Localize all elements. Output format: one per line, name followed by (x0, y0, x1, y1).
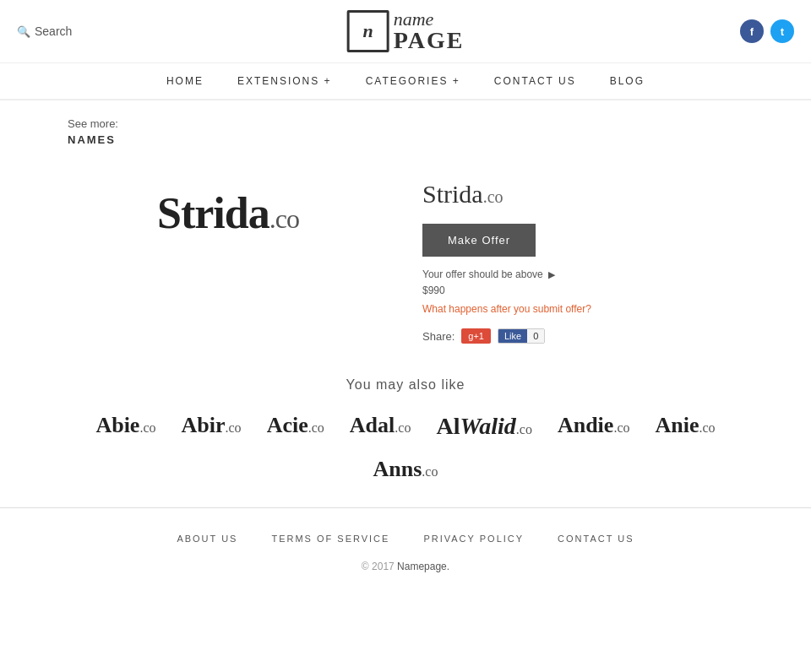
list-item[interactable]: AlWalid.co (436, 413, 532, 440)
nav: HOME EXTENSIONS + CATEGORIES + CONTACT U… (0, 63, 811, 100)
offer-info: Your offer should be above ▶ (422, 268, 743, 280)
tld: .co (699, 420, 715, 435)
logo[interactable]: n name PAGE (347, 10, 465, 52)
logo-icon: n (347, 10, 389, 52)
offer-info-text: Your offer should be above (422, 268, 543, 280)
tld: .co (139, 420, 155, 435)
search-label[interactable]: Search (35, 24, 72, 38)
domain-logo-area: Strida.co (68, 171, 389, 344)
names-link[interactable]: NAMES (68, 133, 743, 146)
domain-title: Strida.co (422, 180, 743, 209)
share-label: Share: (422, 330, 454, 343)
domain-title-name: Strida (422, 180, 483, 208)
fb-like-button[interactable]: Like 0 (498, 328, 545, 344)
nav-home[interactable]: HOME (166, 75, 204, 87)
nav-contact[interactable]: CONTACT US (494, 75, 576, 87)
offer-arrow-icon: ▶ (548, 269, 555, 280)
footer: ABOUT US TERMS OF SERVICE PRIVACY POLICY… (0, 507, 811, 589)
offer-amount: $990 (422, 285, 743, 296)
list-item[interactable]: Anie.co (655, 413, 715, 440)
logo-page-text: PAGE (394, 29, 465, 52)
search-area[interactable]: 🔍 Search (17, 24, 72, 38)
list-item[interactable]: Adal.co (350, 413, 411, 440)
what-happens-link[interactable]: What happens after you submit offer? (422, 303, 743, 315)
footer-privacy[interactable]: PRIVACY POLICY (423, 534, 524, 544)
footer-copy-text: © 2017 (362, 561, 395, 572)
also-like-section: You may also like Abie.co Abir.co Acie.c… (0, 360, 811, 507)
share-area: Share: g+1 Like 0 (422, 328, 743, 344)
logo-text: name PAGE (394, 10, 465, 52)
search-icon: 🔍 (17, 25, 30, 38)
footer-copyright: © 2017 Namepage. (17, 561, 794, 572)
tld: .co (308, 420, 324, 435)
domain-logo-tld: .co (269, 203, 299, 234)
gplus-button[interactable]: g+1 (461, 328, 491, 344)
domain-logo-name: Strida (157, 189, 269, 237)
also-like-title: You may also like (68, 377, 743, 393)
logo-name-text: name (394, 10, 465, 29)
main-content: Strida.co Strida.co Make Offer Your offe… (0, 154, 811, 360)
fb-like-label: Like (498, 329, 527, 343)
also-like-grid: Abie.co Abir.co Acie.co Adal.co AlWalid.… (68, 413, 743, 440)
footer-contact[interactable]: CONTACT US (558, 534, 634, 544)
breadcrumb: See more: NAMES (0, 100, 811, 154)
nav-blog[interactable]: BLOG (610, 75, 645, 87)
footer-links: ABOUT US TERMS OF SERVICE PRIVACY POLICY… (17, 525, 794, 544)
footer-about[interactable]: ABOUT US (177, 534, 237, 544)
nav-extensions[interactable]: EXTENSIONS + (237, 75, 332, 87)
tld: .co (422, 464, 438, 479)
footer-terms[interactable]: TERMS OF SERVICE (271, 534, 389, 544)
social-icons: f t (740, 19, 794, 43)
facebook-icon[interactable]: f (740, 19, 764, 43)
tld: .co (516, 422, 532, 436)
list-item[interactable]: Abir.co (182, 413, 242, 440)
domain-info: Strida.co Make Offer Your offer should b… (422, 171, 743, 344)
tld: .co (395, 420, 411, 435)
list-item[interactable]: Andie.co (558, 413, 630, 440)
nav-categories[interactable]: CATEGORIES + (366, 75, 460, 87)
tld: .co (226, 420, 242, 435)
tld: .co (613, 420, 629, 435)
fb-like-count: 0 (527, 329, 544, 343)
header: 🔍 Search n name PAGE f t (0, 0, 811, 63)
also-like-grid-row2: Anns.co (68, 457, 743, 482)
domain-title-tld: .co (483, 187, 503, 206)
make-offer-button[interactable]: Make Offer (422, 224, 536, 257)
twitter-icon[interactable]: t (770, 19, 794, 43)
list-item[interactable]: Abie.co (95, 413, 155, 440)
see-more-label: See more: (68, 117, 118, 130)
domain-logo: Strida.co (157, 188, 299, 238)
list-item[interactable]: Anns.co (373, 457, 438, 482)
footer-copy-link[interactable]: Namepage. (397, 561, 449, 572)
list-item[interactable]: Acie.co (267, 413, 324, 440)
